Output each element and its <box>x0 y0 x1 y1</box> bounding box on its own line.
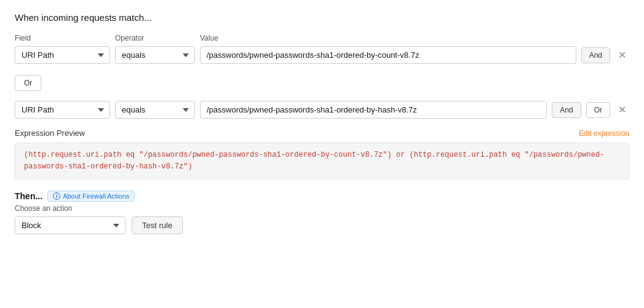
operator-select-2[interactable]: equals contains starts with ends with ma… <box>115 101 195 119</box>
field-select-2[interactable]: URI Path URI Query Hostname IP Source Ad… <box>15 101 110 119</box>
operator-col-label: Operator <box>115 34 195 42</box>
field-select-1[interactable]: URI Path URI Query Hostname IP Source Ad… <box>15 46 110 64</box>
or-button-2[interactable]: Or <box>586 102 610 118</box>
value-input-2[interactable] <box>200 101 547 119</box>
close-button-1[interactable]: ✕ <box>615 49 629 61</box>
close-button-2[interactable]: ✕ <box>615 104 629 116</box>
field-col-label: Field <box>15 34 110 42</box>
edit-expression-link[interactable]: Edit expression <box>579 129 629 138</box>
column-labels: Field Operator Value <box>15 34 629 42</box>
choose-action-label: Choose an action <box>15 204 629 213</box>
then-header: Then... i About Firewall Actions <box>15 191 629 202</box>
action-row: Block Allow Challenge JS Challenge Bypas… <box>15 216 629 234</box>
expression-section: Expression Preview Edit expression (http… <box>15 128 629 180</box>
info-icon: i <box>53 192 60 200</box>
rule-row-2: URI Path URI Query Hostname IP Source Ad… <box>15 101 629 119</box>
about-link-text: About Firewall Actions <box>63 192 129 200</box>
expression-title: Expression Preview <box>15 128 85 138</box>
test-rule-button[interactable]: Test rule <box>132 216 183 234</box>
action-select[interactable]: Block Allow Challenge JS Challenge Bypas… <box>15 216 125 234</box>
then-section: Then... i About Firewall Actions Choose … <box>15 191 629 234</box>
expression-box: (http.request.uri.path eq "/passwords/pw… <box>15 143 629 180</box>
and-button-1[interactable]: And <box>581 47 610 63</box>
rule-row-1: URI Path URI Query Hostname IP Source Ad… <box>15 46 629 64</box>
operator-select-1[interactable]: equals contains starts with ends with ma… <box>115 46 195 64</box>
then-label: Then... <box>15 191 42 201</box>
or-button-standalone[interactable]: Or <box>15 75 41 91</box>
value-input-1[interactable] <box>200 46 576 64</box>
and-button-2[interactable]: And <box>552 102 581 118</box>
expression-header: Expression Preview Edit expression <box>15 128 629 138</box>
page-title: When incoming requests match... <box>15 12 629 23</box>
or-standalone-wrapper: Or <box>15 70 629 101</box>
value-col-label: Value <box>200 34 218 42</box>
about-firewall-actions-link[interactable]: i About Firewall Actions <box>47 191 135 202</box>
